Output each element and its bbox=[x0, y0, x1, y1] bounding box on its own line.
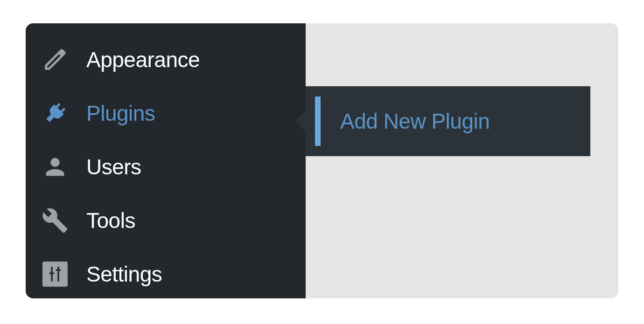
sidebar-item-label: Tools bbox=[86, 208, 135, 233]
submenu-label: Add New Plugin bbox=[340, 109, 490, 134]
sidebar-item-label: Plugins bbox=[86, 101, 155, 126]
sliders-icon bbox=[39, 258, 71, 290]
wrench-icon bbox=[39, 204, 71, 237]
sidebar-item-plugins[interactable]: Plugins bbox=[26, 86, 306, 140]
active-indicator bbox=[315, 97, 321, 146]
sidebar-item-appearance[interactable]: Appearance bbox=[26, 33, 306, 86]
sidebar-item-users[interactable]: Users bbox=[26, 140, 306, 193]
sidebar-item-tools[interactable]: Tools bbox=[26, 193, 306, 247]
submenu-add-new-plugin[interactable]: Add New Plugin bbox=[306, 86, 590, 156]
admin-sidebar: Appearance Plugins Users Tools bbox=[26, 23, 306, 298]
brush-icon bbox=[39, 43, 71, 76]
plug-icon bbox=[39, 97, 71, 130]
sidebar-item-label: Users bbox=[86, 154, 141, 179]
sidebar-item-settings[interactable]: Settings bbox=[26, 247, 306, 298]
sidebar-item-label: Appearance bbox=[86, 47, 200, 72]
admin-panel: Appearance Plugins Users Tools bbox=[26, 23, 618, 298]
sidebar-item-label: Settings bbox=[86, 262, 162, 287]
user-icon bbox=[39, 151, 71, 183]
